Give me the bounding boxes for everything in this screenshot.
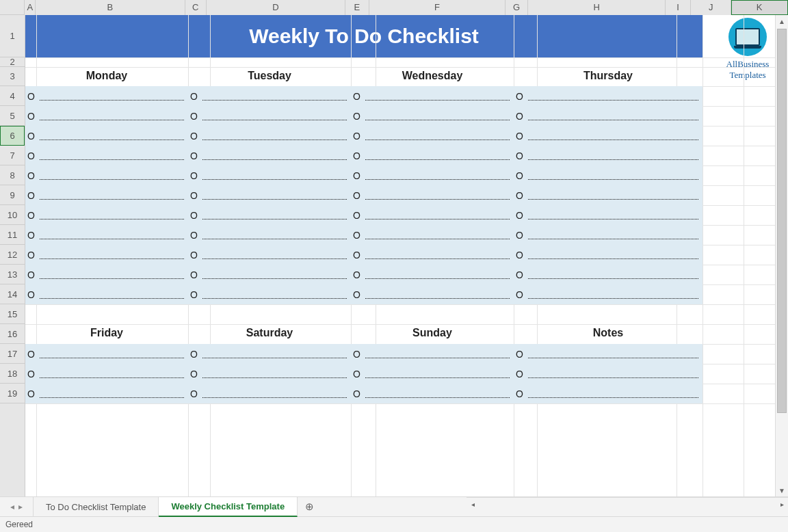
column-header-H[interactable]: H — [528, 0, 666, 15]
task-cell[interactable]: O — [514, 126, 702, 146]
task-cell[interactable]: O — [514, 265, 702, 284]
task-cell[interactable]: O — [351, 225, 514, 245]
scroll-left-button[interactable]: ◂ — [467, 498, 479, 510]
task-cell[interactable]: O — [25, 344, 188, 364]
task-cell[interactable]: O — [25, 284, 188, 304]
task-cell[interactable]: O — [514, 384, 702, 403]
tab-nav-buttons[interactable]: ◂ ▸ — [0, 497, 34, 516]
task-cell[interactable]: O — [514, 225, 702, 245]
vertical-scrollbar[interactable]: ▲ ▼ — [775, 15, 788, 496]
task-cell[interactable]: O — [188, 185, 351, 205]
column-header-D[interactable]: D — [207, 0, 345, 15]
new-sheet-button[interactable]: ⊕ — [298, 497, 321, 516]
scroll-right-button[interactable]: ▸ — [776, 498, 788, 510]
task-cell[interactable]: O — [514, 86, 702, 106]
column-header-E[interactable]: E — [345, 0, 369, 15]
task-cell[interactable]: O — [25, 86, 188, 106]
row-header-5[interactable]: 5 — [0, 106, 25, 126]
row-header-1[interactable]: 1 — [0, 15, 25, 57]
task-cell[interactable]: O — [25, 245, 188, 265]
task-cell[interactable]: O — [188, 225, 351, 245]
task-cell[interactable]: O — [351, 86, 514, 106]
task-cell[interactable]: O — [351, 146, 514, 165]
column-header-J[interactable]: J — [691, 0, 731, 15]
task-cell[interactable]: O — [188, 146, 351, 165]
task-cell[interactable]: O — [514, 146, 702, 165]
row-header-19[interactable]: 19 — [0, 384, 25, 403]
task-cell[interactable]: O — [351, 364, 514, 384]
column-header-F[interactable]: F — [369, 0, 505, 15]
row-header-10[interactable]: 10 — [0, 205, 25, 225]
task-cell[interactable]: O — [188, 245, 351, 265]
row-header-14[interactable]: 14 — [0, 284, 25, 304]
task-cell[interactable]: O — [25, 205, 188, 225]
sheet-tab[interactable]: Weekly Checklist Template — [159, 497, 298, 517]
task-cell[interactable]: O — [25, 185, 188, 205]
task-cell[interactable]: O — [351, 245, 514, 265]
task-cell[interactable]: O — [25, 364, 188, 384]
task-cell[interactable]: O — [188, 86, 351, 106]
row-header-12[interactable]: 12 — [0, 245, 25, 265]
task-cell[interactable]: O — [188, 344, 351, 364]
select-all-corner[interactable] — [0, 0, 25, 14]
task-cell[interactable]: O — [25, 106, 188, 126]
column-header-A[interactable]: A — [25, 0, 36, 15]
scroll-up-button[interactable]: ▲ — [776, 15, 788, 27]
horizontal-scrollbar[interactable]: ◂ ▸ — [467, 497, 788, 510]
task-cell[interactable]: O — [188, 205, 351, 225]
task-cell[interactable]: O — [188, 265, 351, 284]
task-cell[interactable]: O — [514, 185, 702, 205]
task-cell[interactable]: O — [514, 245, 702, 265]
vertical-scroll-thumb[interactable] — [777, 29, 787, 413]
column-header-C[interactable]: C — [185, 0, 207, 15]
column-header-B[interactable]: B — [36, 0, 185, 15]
task-cell[interactable]: O — [514, 205, 702, 225]
task-cell[interactable]: O — [25, 126, 188, 146]
task-cell[interactable]: O — [514, 284, 702, 304]
task-cell[interactable]: O — [351, 344, 514, 364]
row-header-8[interactable]: 8 — [0, 165, 25, 185]
row-header-7[interactable]: 7 — [0, 146, 25, 165]
task-cell[interactable]: O — [351, 106, 514, 126]
task-cell[interactable]: O — [25, 165, 188, 185]
task-cell[interactable]: O — [25, 146, 188, 165]
row-header-9[interactable]: 9 — [0, 185, 25, 205]
task-cell[interactable]: O — [188, 126, 351, 146]
scroll-down-button[interactable]: ▼ — [776, 484, 788, 496]
task-cell[interactable]: O — [188, 284, 351, 304]
row-header-3[interactable]: 3 — [0, 67, 25, 86]
task-cell[interactable]: O — [351, 265, 514, 284]
column-header-G[interactable]: G — [505, 0, 528, 15]
row-header-6[interactable]: 6 — [0, 126, 25, 146]
column-header-I[interactable]: I — [666, 0, 691, 15]
row-header-11[interactable]: 11 — [0, 225, 25, 245]
task-cell[interactable]: O — [351, 284, 514, 304]
task-cell[interactable]: O — [351, 384, 514, 403]
task-cell[interactable]: O — [514, 106, 702, 126]
task-cell[interactable]: O — [351, 126, 514, 146]
task-cell[interactable]: O — [25, 384, 188, 403]
sheet-tab[interactable]: To Do Checklist Template — [34, 497, 159, 516]
row-header-13[interactable]: 13 — [0, 265, 25, 284]
row-header-17[interactable]: 17 — [0, 344, 25, 364]
row-header-15[interactable]: 15 — [0, 304, 25, 324]
task-cell[interactable]: O — [25, 225, 188, 245]
row-header-16[interactable]: 16 — [0, 324, 25, 344]
task-marker: O — [353, 388, 363, 399]
task-cell[interactable]: O — [188, 364, 351, 384]
task-cell[interactable]: O — [25, 265, 188, 284]
task-cell[interactable]: O — [514, 344, 702, 364]
row-header-4[interactable]: 4 — [0, 86, 25, 106]
task-cell[interactable]: O — [188, 106, 351, 126]
column-header-K[interactable]: K — [731, 0, 788, 15]
task-cell[interactable]: O — [188, 165, 351, 185]
row-header-18[interactable]: 18 — [0, 364, 25, 384]
task-cell[interactable]: O — [514, 165, 702, 185]
task-cell[interactable]: O — [351, 205, 514, 225]
task-cell[interactable]: O — [351, 185, 514, 205]
task-cell[interactable]: O — [188, 384, 351, 403]
row-header-2[interactable]: 2 — [0, 57, 25, 67]
sheet-canvas[interactable]: Weekly To Do Checklist AllBusiness Templ… — [25, 15, 788, 496]
task-cell[interactable]: O — [351, 165, 514, 185]
task-cell[interactable]: O — [514, 364, 702, 384]
